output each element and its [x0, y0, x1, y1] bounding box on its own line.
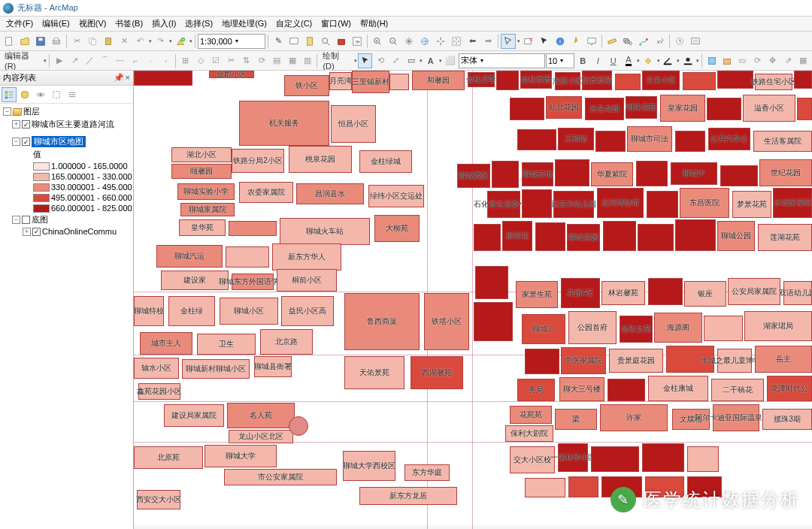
map-polygon[interactable]: 金柱绿城 — [359, 150, 412, 173]
italic-icon[interactable]: I — [591, 53, 605, 68]
map-polygon[interactable]: 天佑景苑 — [344, 356, 404, 389]
scale-combo[interactable]: 1:30,000▾ — [198, 34, 265, 49]
map-polygon[interactable] — [134, 71, 192, 86]
map-polygon[interactable] — [525, 478, 565, 497]
map-polygon[interactable] — [474, 224, 501, 251]
map-polygon[interactable] — [555, 159, 589, 186]
editor-label[interactable]: 编辑器(R) — [2, 51, 42, 71]
edit-vertices-icon[interactable]: ◇ — [193, 53, 208, 68]
menu-geoprocessing[interactable]: 地理处理(G) — [217, 17, 271, 31]
fixed-zoom-in-icon[interactable] — [433, 34, 448, 49]
map-polygon[interactable] — [591, 446, 639, 472]
map-polygon[interactable]: 新东方龙居 — [359, 487, 457, 505]
map-polygon[interactable] — [615, 74, 641, 90]
map-polygon[interactable]: 花苑苑 — [510, 406, 552, 424]
map-polygon[interactable]: 岳主 — [755, 346, 812, 373]
map-polygon[interactable]: 石化管道居委小区 — [487, 191, 520, 218]
options-icon[interactable] — [65, 87, 80, 102]
map-polygon[interactable]: 聊城火车站 — [280, 218, 370, 245]
menu-help[interactable]: 帮助(H) — [356, 17, 392, 31]
arc-toolbox-icon[interactable] — [334, 34, 349, 49]
map-polygon[interactable]: 梁 — [555, 409, 597, 430]
editor-toolbar-icon[interactable]: ✎ — [271, 34, 286, 49]
menu-bookmark[interactable]: 书签(B) — [111, 17, 147, 31]
map-polygon[interactable]: 林岩馨苑 — [601, 281, 645, 305]
legend-class-1[interactable]: 165.000001 - 330.000 — [0, 171, 133, 182]
map-polygon[interactable]: 莲湖花苑 — [758, 224, 812, 251]
map-polygon[interactable]: 绿纬小区交运处 — [368, 185, 424, 207]
map-polygon[interactable] — [522, 189, 552, 218]
map-polygon[interactable]: 溢香小区 — [743, 95, 795, 122]
print-icon[interactable] — [49, 34, 64, 49]
tree-layer-base[interactable]: −底图 — [0, 213, 133, 226]
map-polygon[interactable] — [704, 316, 743, 341]
rotate-draw-icon[interactable]: ⟲ — [373, 53, 387, 68]
map-polygon[interactable]: 月亮湾 — [329, 72, 352, 90]
map-polygon[interactable]: 公安局家属院 — [728, 278, 780, 305]
map-polygon[interactable] — [492, 161, 519, 188]
attributes-icon[interactable]: ▤ — [270, 53, 284, 68]
map-polygon[interactable] — [475, 266, 508, 299]
clear-selection-icon[interactable] — [521, 34, 536, 49]
map-polygon[interactable]: 许家 — [600, 404, 668, 431]
zoom-to-sel-icon[interactable]: ⤢ — [389, 53, 403, 68]
zoom-in-icon[interactable]: + — [370, 34, 385, 49]
map-polygon[interactable]: 鑫苑花园小区 — [138, 383, 180, 400]
map-polygon[interactable]: 聊城特校 — [134, 296, 164, 326]
map-polygon[interactable]: 保利大剧院 — [505, 425, 553, 442]
map-polygon[interactable] — [707, 98, 741, 120]
map-polygon[interactable]: 颐馨园 — [171, 164, 232, 179]
map-polygon[interactable]: 聊城二 — [522, 314, 565, 344]
map-polygon[interactable] — [675, 219, 716, 251]
map-polygon[interactable]: 铁路住宅小区 — [755, 74, 792, 90]
map-polygon[interactable]: 新东方华人 — [272, 243, 341, 271]
map-polygon[interactable]: 聊城西区 — [457, 164, 490, 188]
map-polygon[interactable] — [720, 165, 758, 186]
arc-segment-icon[interactable]: ⌒ — [98, 53, 112, 68]
map-polygon[interactable]: 昌润县水 — [296, 183, 364, 204]
georef-rot-icon[interactable]: ⟳ — [750, 53, 765, 68]
map-polygon[interactable]: 聊城东方外国语学校 — [232, 274, 274, 290]
map-polygon[interactable]: 公园首府 — [568, 311, 617, 344]
python-icon[interactable]: ≫ — [350, 34, 365, 49]
edit-tool-icon[interactable]: ▶ — [52, 53, 66, 68]
map-polygon[interactable] — [517, 129, 556, 150]
tree-layer-china[interactable]: +✓ChinaOnlineCommu — [0, 226, 133, 237]
find-icon[interactable] — [620, 34, 635, 49]
menu-customize[interactable]: 自定义(C) — [271, 17, 317, 31]
map-polygon[interactable]: 机关服务 — [239, 101, 329, 146]
go-to-xy-icon[interactable]: XY — [652, 34, 667, 49]
map-polygon[interactable]: 东昌医院 — [680, 188, 729, 218]
map-polygon[interactable]: 金郡小区 — [209, 71, 254, 78]
map-polygon[interactable]: 和馨园 — [412, 71, 465, 90]
map-polygon[interactable]: 金柱月季 — [468, 72, 495, 87]
select-elements-draw-icon[interactable] — [358, 53, 372, 68]
map-view[interactable]: 金郡小区铁小区月亮湾三里铺新村和馨园金柱月季金柱景园海派小区怡景新苑月关小区铁路… — [134, 71, 812, 529]
map-polygon[interactable]: 聊城大学 — [205, 445, 277, 467]
map-polygon[interactable]: 一诺林华小区 — [558, 443, 588, 472]
map-polygon[interactable]: 皇华苑 — [179, 219, 226, 236]
georef-pan-icon[interactable]: ✥ — [765, 53, 780, 68]
map-polygon[interactable]: 龙潭时代公 — [767, 376, 812, 401]
pin-icon[interactable]: 📌 — [114, 73, 124, 83]
map-polygon[interactable]: 新东方幼儿园 — [553, 191, 594, 218]
map-polygon[interactable]: 东方华庭 — [404, 464, 450, 481]
map-polygon[interactable]: 光岳花园 — [585, 98, 624, 120]
fill-color-icon[interactable] — [641, 53, 655, 68]
map-polygon[interactable]: 世纪花园 — [759, 159, 812, 186]
map-polygon[interactable]: 湖北小区 — [171, 147, 232, 162]
georef-icon[interactable] — [704, 53, 719, 68]
map-polygon[interactable]: 金柱景园 — [520, 71, 552, 89]
tree-layer-roads[interactable]: +✓聊城市区主要道路河流 — [0, 118, 133, 131]
map-polygon[interactable]: 皇家花园 — [660, 95, 705, 122]
map-polygon[interactable]: 公共汽车公 — [708, 128, 750, 150]
map-polygon[interactable]: 聊城大学西校区 — [343, 451, 395, 481]
paste-icon[interactable] — [101, 34, 116, 49]
georef-fit-icon[interactable]: ▭ — [735, 53, 750, 68]
map-polygon[interactable]: 聊大三号楼 — [559, 377, 604, 401]
catalog-icon[interactable] — [302, 34, 317, 49]
prev-extent-icon[interactable]: ⬅ — [465, 34, 480, 49]
map-polygon[interactable]: 金柱绿 — [168, 296, 215, 326]
map-polygon[interactable]: 海派小区 — [555, 72, 580, 90]
map-polygon[interactable] — [797, 98, 812, 120]
